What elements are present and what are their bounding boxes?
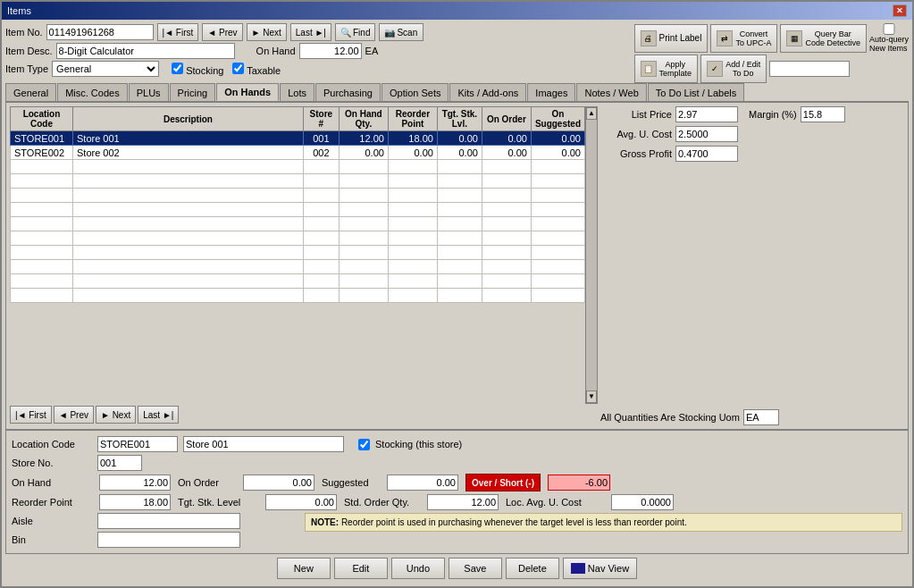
- margin-input[interactable]: [801, 106, 845, 122]
- find-button[interactable]: 🔍 Find: [335, 23, 375, 41]
- item-desc-input[interactable]: [56, 43, 235, 59]
- table-section: LocationCode Description Store# On HandQ…: [10, 106, 598, 425]
- printer-icon: 🖨: [641, 30, 657, 46]
- bin-input[interactable]: [97, 532, 240, 548]
- note-title: NOTE:: [311, 517, 339, 527]
- std-order-input[interactable]: [427, 494, 499, 510]
- suggested-input[interactable]: [387, 475, 458, 491]
- on-hand-detail-input[interactable]: [99, 475, 171, 491]
- save-button[interactable]: Save: [449, 558, 502, 579]
- over-short-input[interactable]: [548, 475, 610, 491]
- stocking-store-checkbox[interactable]: [358, 439, 370, 450]
- close-button[interactable]: ✕: [893, 4, 907, 17]
- taxable-label: Taxable: [247, 65, 281, 76]
- auto-query-checkbox[interactable]: [869, 23, 909, 35]
- on-hand-input[interactable]: [299, 43, 362, 59]
- delete-button[interactable]: Delete: [506, 558, 559, 579]
- tab-option-sets[interactable]: Option Sets: [382, 83, 449, 101]
- toolbar-row2: 📋 ApplyTemplate ✓ Add / EditTo Do: [634, 55, 909, 83]
- item-no-label: Item No.: [5, 27, 43, 38]
- store-no-input[interactable]: [97, 455, 142, 471]
- col-description: Description: [73, 107, 304, 131]
- last-button[interactable]: Last ►|: [290, 23, 331, 41]
- col-on-suggested: OnSuggested: [531, 107, 584, 131]
- tab-notes-web[interactable]: Notes / Web: [576, 83, 646, 101]
- tab-kits-addons[interactable]: Kits / Add-ons: [449, 83, 526, 101]
- header-top: Item No. |◄ First ◄ Prev ► Next Last ►|: [5, 23, 909, 83]
- col-on-order: On Order: [482, 107, 531, 131]
- tab-general[interactable]: General: [5, 83, 56, 101]
- tab-misc-codes[interactable]: Misc. Codes: [57, 83, 128, 101]
- undo-button[interactable]: Undo: [391, 558, 445, 579]
- template-input[interactable]: [769, 61, 850, 77]
- col-reorder-point: ReorderPoint: [388, 107, 437, 131]
- aisle-bin-area: Aisle Bin: [12, 513, 298, 548]
- action-bar: New Edit Undo Save Delete Nav View: [5, 554, 909, 583]
- taxable-checkbox[interactable]: [232, 63, 244, 74]
- over-short-button[interactable]: Over / Short (-): [465, 474, 541, 491]
- tgt-stk-input[interactable]: [265, 494, 337, 510]
- table-row-empty: [11, 174, 585, 189]
- table-scrollbar[interactable]: ▲ ▼: [585, 106, 598, 404]
- tab-plus[interactable]: PLUs: [129, 83, 169, 101]
- aisle-input[interactable]: [97, 513, 240, 529]
- table-row[interactable]: STORE002 Store 002 002 0.00 0.00 0.00 0.…: [11, 146, 585, 160]
- item-type-label: Item Type: [5, 63, 48, 74]
- location-code-input[interactable]: [97, 436, 178, 452]
- scan-button[interactable]: 📷 Scan: [379, 23, 423, 41]
- stocking-checkbox[interactable]: [172, 63, 183, 74]
- on-hand-uom: EA: [365, 46, 379, 56]
- on-order-detail-input[interactable]: [243, 475, 314, 491]
- uom-label: All Quantities Are Stocking Uom: [600, 412, 740, 423]
- list-price-input[interactable]: [675, 106, 738, 122]
- table-first-button[interactable]: |◄ First: [10, 406, 52, 424]
- right-toolbar: 🖨 Print Label ⇄ ConvertTo UPC-A ▦ Query …: [634, 23, 909, 83]
- gross-profit-label: Gross Profit: [600, 148, 672, 159]
- item-type-select[interactable]: General: [52, 61, 159, 77]
- apply-template-button[interactable]: 📋 ApplyTemplate: [634, 55, 699, 83]
- title-bar: Items ✕: [2, 2, 912, 20]
- first-button[interactable]: |◄ First: [157, 23, 199, 41]
- table-row-empty: [11, 246, 585, 260]
- detail-section: Location Code Stocking (this store) Stor…: [5, 430, 909, 554]
- tab-bar: General Misc. Codes PLUs Pricing On Hand…: [5, 83, 909, 102]
- table-prev-button[interactable]: ◄ Prev: [54, 406, 94, 424]
- tab-purchasing[interactable]: Purchasing: [315, 83, 381, 101]
- uom-input[interactable]: [743, 409, 779, 425]
- query-bar-button[interactable]: ▦ Query BarCode Detective: [780, 24, 867, 53]
- tab-images[interactable]: Images: [527, 83, 575, 101]
- convert-upc-button[interactable]: ⇄ ConvertTo UPC-A: [710, 24, 777, 53]
- edit-button[interactable]: Edit: [334, 558, 388, 579]
- add-edit-todo-button[interactable]: ✓ Add / EditTo Do: [700, 55, 767, 83]
- print-label-button[interactable]: 🖨 Print Label: [634, 24, 709, 53]
- table-row-empty: [11, 160, 585, 174]
- table-row[interactable]: STORE001 Store 001 001 12.00 18.00 0.00 …: [11, 131, 585, 146]
- on-hand-detail-label: On Hand: [12, 477, 92, 488]
- item-no-input[interactable]: [46, 24, 154, 40]
- prev-button[interactable]: ◄ Prev: [202, 23, 242, 41]
- reorder-point-input[interactable]: [99, 494, 171, 510]
- nav-view-icon: [571, 563, 585, 574]
- barcode-icon: ▦: [786, 30, 802, 46]
- location-desc-input[interactable]: [183, 436, 344, 452]
- col-location-code: LocationCode: [11, 107, 73, 131]
- new-button[interactable]: New: [277, 558, 331, 579]
- tab-on-hands[interactable]: On Hands: [216, 83, 279, 101]
- item-type-row: Item Type General Stocking Taxable: [5, 61, 629, 77]
- convert-icon: ⇄: [717, 30, 733, 46]
- tab-todo[interactable]: To Do List / Labels: [648, 83, 745, 101]
- tab-lots[interactable]: Lots: [280, 83, 314, 101]
- avg-cost-input[interactable]: [675, 126, 738, 142]
- std-order-label: Std. Order Qty.: [344, 497, 420, 508]
- nav-view-button[interactable]: Nav View: [563, 558, 637, 579]
- loc-avg-input[interactable]: [611, 494, 674, 510]
- table-last-button[interactable]: Last ►|: [138, 406, 179, 424]
- table-row-empty: [11, 189, 585, 203]
- table-row-empty: [11, 217, 585, 231]
- table-row-empty: [11, 289, 585, 303]
- tab-pricing[interactable]: Pricing: [170, 83, 216, 101]
- on-hands-table: LocationCode Description Store# On HandQ…: [10, 106, 585, 303]
- next-button[interactable]: ► Next: [247, 23, 287, 41]
- table-next-button[interactable]: ► Next: [96, 406, 136, 424]
- gross-profit-input[interactable]: [675, 146, 738, 162]
